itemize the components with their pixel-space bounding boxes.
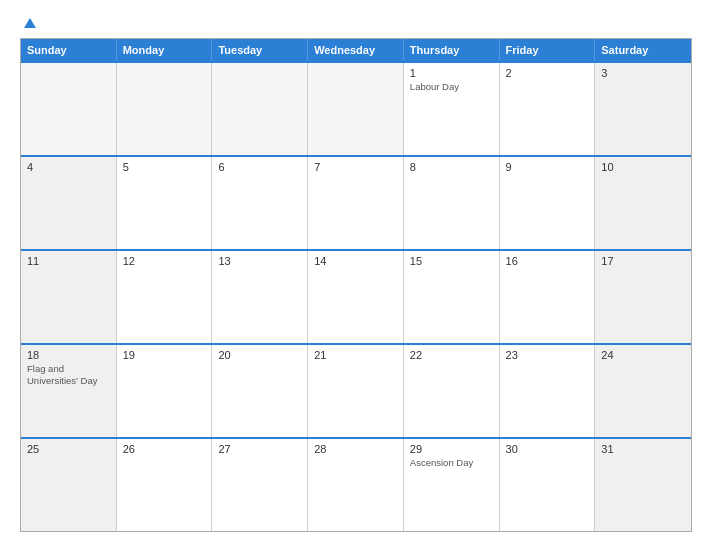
week-row-2: 45678910 xyxy=(21,155,691,249)
day-number: 15 xyxy=(410,255,493,267)
day-number: 21 xyxy=(314,349,397,361)
week-row-3: 11121314151617 xyxy=(21,249,691,343)
cal-cell: 12 xyxy=(117,251,213,343)
cal-cell: 11 xyxy=(21,251,117,343)
cal-cell: 1Labour Day xyxy=(404,63,500,155)
day-number: 11 xyxy=(27,255,110,267)
header-cell-wednesday: Wednesday xyxy=(308,39,404,61)
cal-cell: 9 xyxy=(500,157,596,249)
day-number: 12 xyxy=(123,255,206,267)
cal-cell: 2 xyxy=(500,63,596,155)
day-number: 26 xyxy=(123,443,206,455)
day-number: 5 xyxy=(123,161,206,173)
cal-cell: 28 xyxy=(308,439,404,531)
header-cell-tuesday: Tuesday xyxy=(212,39,308,61)
day-number: 19 xyxy=(123,349,206,361)
cal-cell: 15 xyxy=(404,251,500,343)
header-cell-monday: Monday xyxy=(117,39,213,61)
cal-cell: 26 xyxy=(117,439,213,531)
cal-cell: 13 xyxy=(212,251,308,343)
cal-cell xyxy=(212,63,308,155)
event-label: Ascension Day xyxy=(410,457,493,469)
day-number: 17 xyxy=(601,255,685,267)
cal-cell: 14 xyxy=(308,251,404,343)
day-number: 13 xyxy=(218,255,301,267)
cal-cell: 24 xyxy=(595,345,691,437)
cal-cell: 25 xyxy=(21,439,117,531)
day-number: 4 xyxy=(27,161,110,173)
cal-cell: 6 xyxy=(212,157,308,249)
day-number: 28 xyxy=(314,443,397,455)
cal-cell: 23 xyxy=(500,345,596,437)
day-number: 10 xyxy=(601,161,685,173)
cal-cell: 21 xyxy=(308,345,404,437)
day-number: 9 xyxy=(506,161,589,173)
cal-cell: 30 xyxy=(500,439,596,531)
day-number: 24 xyxy=(601,349,685,361)
calendar-body: 1Labour Day23456789101112131415161718Fla… xyxy=(21,61,691,531)
day-number: 18 xyxy=(27,349,110,361)
logo xyxy=(20,18,36,28)
cal-cell: 22 xyxy=(404,345,500,437)
header-cell-sunday: Sunday xyxy=(21,39,117,61)
day-number: 6 xyxy=(218,161,301,173)
day-number: 27 xyxy=(218,443,301,455)
cal-cell: 31 xyxy=(595,439,691,531)
cal-cell: 5 xyxy=(117,157,213,249)
calendar: SundayMondayTuesdayWednesdayThursdayFrid… xyxy=(20,38,692,532)
cal-cell xyxy=(117,63,213,155)
day-number: 22 xyxy=(410,349,493,361)
week-row-5: 2526272829Ascension Day3031 xyxy=(21,437,691,531)
day-number: 20 xyxy=(218,349,301,361)
header-cell-friday: Friday xyxy=(500,39,596,61)
cal-cell xyxy=(21,63,117,155)
header xyxy=(20,18,692,28)
cal-cell: 7 xyxy=(308,157,404,249)
cal-cell: 18Flag and Universities' Day xyxy=(21,345,117,437)
week-row-1: 1Labour Day23 xyxy=(21,61,691,155)
cal-cell: 19 xyxy=(117,345,213,437)
cal-cell: 10 xyxy=(595,157,691,249)
day-number: 29 xyxy=(410,443,493,455)
calendar-header-row: SundayMondayTuesdayWednesdayThursdayFrid… xyxy=(21,39,691,61)
cal-cell: 20 xyxy=(212,345,308,437)
day-number: 8 xyxy=(410,161,493,173)
header-cell-thursday: Thursday xyxy=(404,39,500,61)
day-number: 2 xyxy=(506,67,589,79)
day-number: 23 xyxy=(506,349,589,361)
header-cell-saturday: Saturday xyxy=(595,39,691,61)
cal-cell: 8 xyxy=(404,157,500,249)
day-number: 31 xyxy=(601,443,685,455)
cal-cell: 29Ascension Day xyxy=(404,439,500,531)
event-label: Labour Day xyxy=(410,81,493,93)
page: SundayMondayTuesdayWednesdayThursdayFrid… xyxy=(0,0,712,550)
day-number: 1 xyxy=(410,67,493,79)
logo-triangle-icon xyxy=(24,18,36,28)
day-number: 30 xyxy=(506,443,589,455)
logo-blue-text xyxy=(20,18,36,28)
cal-cell: 27 xyxy=(212,439,308,531)
cal-cell: 17 xyxy=(595,251,691,343)
day-number: 7 xyxy=(314,161,397,173)
event-label: Flag and Universities' Day xyxy=(27,363,110,388)
cal-cell: 16 xyxy=(500,251,596,343)
cal-cell: 4 xyxy=(21,157,117,249)
day-number: 16 xyxy=(506,255,589,267)
day-number: 3 xyxy=(601,67,685,79)
cal-cell xyxy=(308,63,404,155)
week-row-4: 18Flag and Universities' Day192021222324 xyxy=(21,343,691,437)
cal-cell: 3 xyxy=(595,63,691,155)
day-number: 25 xyxy=(27,443,110,455)
day-number: 14 xyxy=(314,255,397,267)
